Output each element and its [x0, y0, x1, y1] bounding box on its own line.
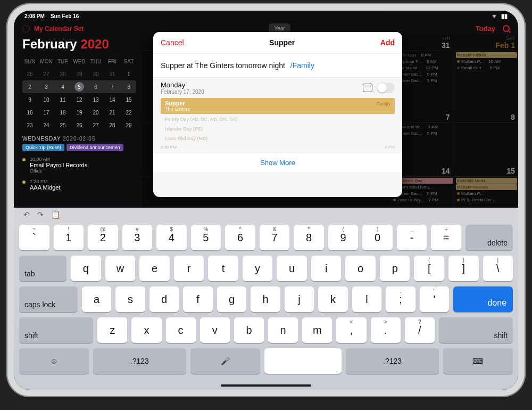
- agenda-item[interactable]: 7:30 PM AAA Midget: [22, 179, 136, 191]
- today-button[interactable]: Today: [476, 24, 495, 32]
- search-icon[interactable]: [503, 25, 510, 32]
- key-w[interactable]: w: [105, 256, 136, 281]
- key-b[interactable]: b: [234, 317, 264, 343]
- key-delete[interactable]: delete: [466, 225, 513, 250]
- key-6[interactable]: ^6: [225, 225, 255, 250]
- selected-day[interactable]: 5: [74, 82, 84, 92]
- key-slash[interactable]: ?/: [405, 317, 435, 343]
- key-4[interactable]: $4: [156, 225, 187, 250]
- key-quote[interactable]: "': [420, 286, 449, 312]
- key-1[interactable]: !1: [54, 225, 84, 250]
- status-time: 2:08 PM: [24, 13, 45, 19]
- key-x[interactable]: x: [131, 317, 161, 343]
- key-5[interactable]: %5: [191, 225, 221, 250]
- status-right: ᯤ ▮▮: [492, 13, 508, 20]
- modal-title: Supper: [269, 38, 295, 47]
- key-n[interactable]: n: [268, 317, 298, 343]
- key-t[interactable]: t: [208, 256, 238, 281]
- key-shift-left[interactable]: shift: [19, 317, 93, 343]
- key-bracket-close[interactable]: }]: [448, 256, 479, 281]
- status-bar: 2:08 PM Sun Feb 16 ᯤ ▮▮: [14, 11, 518, 20]
- key-8[interactable]: *8: [294, 225, 324, 250]
- onscreen-keyboard: ↶ ↷ 📋 ~` !1 @2 #3 $4 %5 ^6 &7 *8 (9 )0: [14, 208, 518, 390]
- key-i[interactable]: i: [311, 256, 342, 281]
- key-g[interactable]: g: [217, 286, 246, 312]
- calendar-tag-token: /Family: [287, 60, 318, 71]
- key-period[interactable]: >.: [371, 317, 401, 343]
- key-j[interactable]: j: [285, 286, 314, 312]
- key-bracket-open[interactable]: {[: [414, 256, 444, 281]
- status-left: 2:08 PM Sun Feb 16: [24, 13, 79, 19]
- key-0[interactable]: )0: [362, 225, 393, 250]
- key-backtick[interactable]: ~`: [19, 225, 49, 250]
- time-ruler: 8:30 PM9 PM: [153, 143, 402, 153]
- calendar-set-label[interactable]: My Calendar Set: [34, 25, 84, 32]
- add-button[interactable]: Add: [380, 38, 395, 47]
- key-h[interactable]: h: [251, 286, 280, 312]
- home-indicator[interactable]: [221, 384, 311, 387]
- key-backslash[interactable]: |\: [483, 256, 513, 281]
- key-comma[interactable]: <,: [336, 317, 366, 343]
- key-p[interactable]: p: [380, 256, 410, 281]
- redo-icon[interactable]: ↷: [37, 210, 44, 219]
- event-date-main: Monday: [161, 81, 204, 89]
- wifi-icon: ᯤ: [492, 13, 498, 19]
- key-q[interactable]: q: [71, 256, 101, 281]
- keyboard-toolbar: ↶ ↷ 📋: [14, 208, 518, 222]
- key-e[interactable]: e: [139, 256, 170, 281]
- key-f[interactable]: f: [183, 286, 212, 312]
- key-z[interactable]: z: [97, 317, 127, 343]
- event-text-input[interactable]: Supper at The Ginters tomorrow night /Fa…: [153, 53, 402, 78]
- key-symbols-right[interactable]: .?123: [346, 348, 439, 374]
- key-s[interactable]: s: [115, 286, 145, 312]
- cancel-button[interactable]: Cancel: [161, 38, 184, 47]
- key-o[interactable]: o: [345, 256, 376, 281]
- key-a[interactable]: a: [82, 286, 111, 312]
- key-space[interactable]: [264, 348, 342, 374]
- agenda-tag[interactable]: Quick Tip (Rose): [22, 144, 64, 151]
- gear-icon[interactable]: [22, 25, 30, 32]
- key-done[interactable]: done: [453, 286, 513, 312]
- key-semicolon[interactable]: :;: [386, 286, 415, 312]
- key-shift-right[interactable]: shift: [439, 317, 513, 343]
- mini-month[interactable]: SUNMONTUEWEDTHUFRISAT 2627282930311 2345…: [22, 55, 136, 132]
- key-k[interactable]: k: [318, 286, 347, 312]
- agenda-tag[interactable]: Dividend announcemen: [66, 144, 123, 151]
- event-preview[interactable]: Supper The Ginters Family: [161, 98, 395, 114]
- key-y[interactable]: y: [243, 256, 273, 281]
- key-r[interactable]: r: [174, 256, 204, 281]
- key-equals[interactable]: +=: [431, 225, 461, 250]
- key-symbols-left[interactable]: .?123: [93, 348, 186, 374]
- calendar-icon[interactable]: [363, 84, 372, 92]
- key-d[interactable]: d: [149, 286, 179, 312]
- key-u[interactable]: u: [277, 256, 307, 281]
- key-v[interactable]: v: [200, 317, 230, 343]
- holiday-row: Louis Riel Day (MB): [161, 134, 395, 143]
- clipboard-icon[interactable]: 📋: [51, 210, 60, 219]
- month-title: February 2020: [22, 37, 136, 52]
- key-7[interactable]: &7: [260, 225, 290, 250]
- key-capslock[interactable]: caps lock: [19, 286, 78, 312]
- key-3[interactable]: #3: [122, 225, 153, 250]
- key-emoji[interactable]: ☺: [19, 348, 89, 374]
- key-minus[interactable]: _-: [397, 225, 427, 250]
- key-2[interactable]: @2: [88, 225, 118, 250]
- holiday-row: Islander Day (PE): [161, 125, 395, 133]
- key-tab[interactable]: tab: [19, 256, 66, 281]
- key-9[interactable]: (9: [328, 225, 359, 250]
- agenda-item[interactable]: 10:00 AM Email Payroll Records Office: [22, 157, 136, 174]
- key-m[interactable]: m: [302, 317, 332, 343]
- key-l[interactable]: l: [352, 286, 381, 312]
- key-dictation[interactable]: 🎤: [190, 348, 260, 374]
- key-c[interactable]: c: [166, 317, 196, 343]
- status-date: Sun Feb 16: [51, 13, 79, 19]
- allday-toggle[interactable]: [377, 83, 395, 93]
- show-more-button[interactable]: Show More: [153, 153, 402, 172]
- new-event-modal: Cancel Supper Add Supper at The Ginters …: [153, 32, 402, 197]
- seg-year[interactable]: Year: [270, 24, 289, 32]
- event-dot-icon: [22, 158, 26, 161]
- key-dismiss-keyboard[interactable]: ⌨: [443, 348, 513, 374]
- undo-icon[interactable]: ↶: [23, 210, 30, 219]
- month-sidebar: February 2020 SUNMONTUEWEDTHUFRISAT 2627…: [14, 35, 140, 232]
- event-dot-icon: [22, 181, 26, 184]
